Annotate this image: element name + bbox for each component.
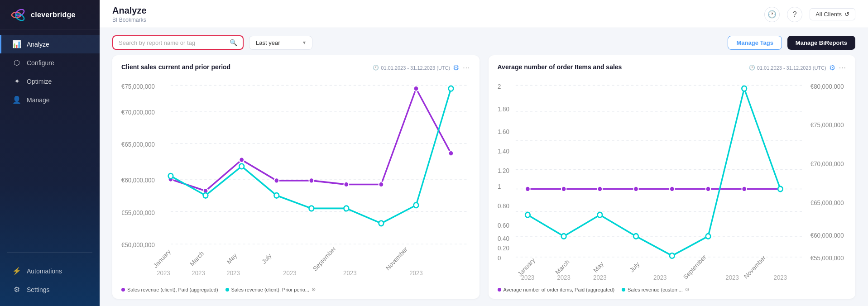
clock-icon: 🕐 (373, 65, 379, 71)
legend-label: Sales revenue (client), Prior perio... (231, 287, 309, 292)
svg-point-76 (742, 186, 747, 191)
chart-gear-button-1[interactable]: ⚙ (453, 63, 459, 72)
svg-point-25 (203, 193, 208, 198)
svg-text:€80,000,000: €80,000,000 (810, 83, 844, 90)
svg-text:September: September (312, 245, 337, 273)
search-box[interactable]: 🔍 (112, 35, 244, 50)
legend-item-2a: Average number of order items, Paid (agg… (498, 287, 615, 292)
svg-text:March: March (554, 258, 570, 276)
svg-text:1.80: 1.80 (498, 105, 509, 113)
main-content: Analyze BI Bookmarks 🕐 ? All Clients ↺ 🔍… (100, 0, 868, 306)
sidebar-item-optimize[interactable]: ✦ Optimize (0, 72, 100, 91)
expand-icon[interactable]: ⊙ (685, 287, 689, 292)
svg-point-75 (705, 186, 710, 191)
svg-text:1.60: 1.60 (498, 128, 509, 135)
svg-text:€65,000,000: €65,000,000 (810, 200, 844, 207)
sidebar-item-analyze[interactable]: 📊 Analyze (0, 35, 100, 53)
search-icon: 🔍 (230, 39, 237, 46)
sidebar-nav: 📊 Analyze ⬡ Configure ✦ Optimize 👤 Manag… (0, 29, 100, 249)
svg-point-31 (414, 203, 419, 208)
svg-text:€70,000,000: €70,000,000 (121, 109, 155, 116)
sidebar-item-automations[interactable]: ⚡ Automations (0, 262, 100, 280)
svg-point-73 (633, 186, 638, 191)
svg-text:2023: 2023 (725, 274, 739, 281)
svg-point-79 (561, 234, 566, 239)
period-select[interactable]: Last year ▾ (249, 36, 312, 50)
expand-icon[interactable]: ⊙ (312, 287, 316, 292)
svg-text:0.40: 0.40 (498, 235, 509, 243)
help-button[interactable]: ? (787, 7, 802, 22)
svg-point-30 (379, 221, 384, 226)
chart-card-1: Client sales current and prior period 🕐 … (112, 55, 480, 299)
svg-text:€65,000,000: €65,000,000 (121, 141, 155, 148)
svg-text:July: July (628, 261, 641, 274)
page-title: Analyze (112, 5, 147, 16)
manage-tags-button[interactable]: Manage Tags (728, 36, 782, 50)
sidebar-logo: cleverbridge (0, 0, 100, 29)
svg-point-80 (597, 212, 602, 217)
svg-text:€60,000,000: €60,000,000 (810, 232, 844, 239)
svg-text:1.40: 1.40 (498, 148, 509, 155)
sidebar-item-label: Analyze (27, 41, 49, 48)
all-clients-label: All Clients (815, 11, 842, 18)
svg-point-19 (309, 178, 314, 183)
chart-more-button-1[interactable]: ··· (463, 64, 470, 72)
chart-meta-2: 🕐 01.01.2023 - 31.12.2023 (UTC) ⚙ ··· (749, 63, 846, 72)
svg-point-83 (705, 234, 710, 239)
chart-card-2: Average number of order Items and sales … (489, 55, 856, 299)
svg-text:2023: 2023 (192, 269, 205, 277)
search-input[interactable] (119, 39, 227, 46)
svg-text:€50,000,000: €50,000,000 (121, 242, 155, 249)
chart-date-1: 🕐 01.01.2023 - 31.12.2023 (UTC) (373, 65, 450, 71)
clock-icon: 🕐 (767, 10, 777, 19)
svg-text:November: November (384, 245, 409, 272)
svg-text:1.20: 1.20 (498, 167, 509, 174)
legend-item-2b: Sales revenue (custom... ⊙ (622, 287, 689, 292)
chart-gear-button-2[interactable]: ⚙ (829, 63, 835, 72)
svg-text:2023: 2023 (409, 269, 423, 277)
sidebar-item-configure[interactable]: ⬡ Configure (0, 53, 100, 72)
legend-dot (225, 288, 229, 292)
svg-point-28 (309, 206, 314, 211)
svg-text:0.80: 0.80 (498, 203, 509, 210)
svg-text:2023: 2023 (226, 269, 240, 277)
header-left: Analyze BI Bookmarks (112, 5, 147, 23)
history-button[interactable]: 🕐 (764, 7, 780, 22)
svg-text:2023: 2023 (593, 274, 607, 281)
logo-text: cleverbridge (31, 11, 76, 19)
manage-bireports-button[interactable]: Manage BiReports (787, 36, 855, 50)
sidebar-item-label: Configure (27, 59, 54, 67)
sidebar: cleverbridge 📊 Analyze ⬡ Configure ✦ Opt… (0, 0, 100, 306)
sidebar-item-settings[interactable]: ⚙ Settings (0, 280, 100, 299)
toolbar: 🔍 Last year ▾ Manage Tags Manage BiRepor… (100, 28, 868, 55)
svg-point-71 (561, 186, 566, 191)
svg-point-24 (168, 173, 173, 178)
sidebar-divider (7, 252, 92, 253)
sidebar-item-label: Optimize (27, 78, 52, 85)
chart-more-button-2[interactable]: ··· (839, 64, 846, 72)
chart-header-2: Average number of order Items and sales … (498, 63, 847, 72)
svg-text:2: 2 (498, 83, 501, 90)
chart-legend-2: Average number of order items, Paid (agg… (498, 287, 847, 292)
svg-point-78 (525, 212, 530, 217)
analyze-icon: 📊 (12, 40, 21, 48)
legend-label: Sales revenue (custom... (628, 287, 683, 292)
svg-point-26 (239, 164, 244, 169)
chart-svg-1: €75,000,000 €70,000,000 €65,000,000 €60,… (121, 76, 470, 283)
svg-text:2023: 2023 (283, 269, 297, 277)
breadcrumb: BI Bookmarks (112, 17, 147, 23)
svg-point-72 (597, 186, 602, 191)
period-label: Last year (256, 39, 280, 46)
header: Analyze BI Bookmarks 🕐 ? All Clients ↺ (100, 0, 868, 28)
sidebar-item-manage[interactable]: 👤 Manage (0, 91, 100, 109)
all-clients-button[interactable]: All Clients ↺ (810, 8, 855, 20)
sidebar-item-label: Settings (27, 286, 50, 293)
svg-text:2023: 2023 (157, 269, 170, 277)
legend-dot (498, 288, 501, 292)
chart-meta-1: 🕐 01.01.2023 - 31.12.2023 (UTC) ⚙ ··· (373, 63, 470, 72)
automations-icon: ⚡ (12, 267, 21, 275)
svg-text:0.20: 0.20 (498, 245, 509, 252)
help-icon: ? (793, 10, 797, 19)
chart-title-2: Average number of order Items and sales (498, 63, 622, 71)
legend-dot (622, 288, 625, 292)
